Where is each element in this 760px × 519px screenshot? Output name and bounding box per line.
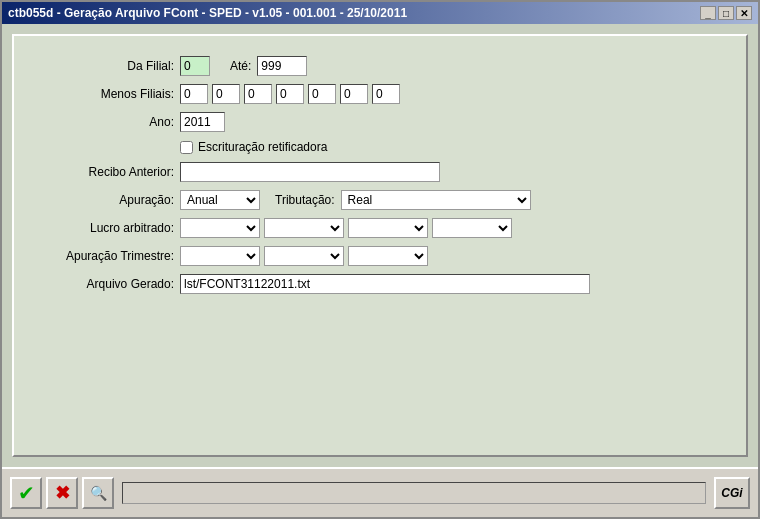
da-filial-label: Da Filial: bbox=[44, 59, 174, 73]
cgi-label: CGi bbox=[721, 486, 742, 500]
menos-filial-7[interactable] bbox=[372, 84, 400, 104]
tributacao-label: Tributação: bbox=[275, 193, 335, 207]
escrituracao-row: Escrituração retificadora bbox=[180, 140, 716, 154]
search-button[interactable]: 🔍 bbox=[82, 477, 114, 509]
cancel-button[interactable]: ✖ bbox=[46, 477, 78, 509]
trimestre-select-2[interactable] bbox=[264, 246, 344, 266]
confirm-button[interactable]: ✔ bbox=[10, 477, 42, 509]
ano-row: Ano: bbox=[44, 112, 716, 132]
arquivo-gerado-label: Arquivo Gerado: bbox=[44, 277, 174, 291]
window-controls: _ □ ✕ bbox=[700, 6, 752, 20]
apuracao-trimestre-label: Apuração Trimestre: bbox=[44, 249, 174, 263]
title-bar: ctb055d - Geração Arquivo FCont - SPED -… bbox=[2, 2, 758, 24]
menos-filial-6[interactable] bbox=[340, 84, 368, 104]
menos-filial-1[interactable] bbox=[180, 84, 208, 104]
status-bar bbox=[122, 482, 706, 504]
menos-filial-2[interactable] bbox=[212, 84, 240, 104]
trimestre-select-1[interactable] bbox=[180, 246, 260, 266]
ate-label: Até: bbox=[230, 59, 251, 73]
x-icon: ✖ bbox=[55, 482, 70, 504]
apuracao-label: Apuração: bbox=[44, 193, 174, 207]
lucro-row: Lucro arbitrado: bbox=[44, 218, 716, 238]
lucro-arbitrado-label: Lucro arbitrado: bbox=[44, 221, 174, 235]
menos-filiais-row: Menos Filiais: bbox=[44, 84, 716, 104]
filial-row: Da Filial: Até: bbox=[44, 56, 716, 76]
footer: ✔ ✖ 🔍 CGi bbox=[2, 467, 758, 517]
content-area: Da Filial: Até: Menos Filiais: bbox=[2, 24, 758, 467]
check-icon: ✔ bbox=[18, 481, 35, 505]
lucro-select-2[interactable] bbox=[264, 218, 344, 238]
menos-filial-5[interactable] bbox=[308, 84, 336, 104]
cgi-button[interactable]: CGi bbox=[714, 477, 750, 509]
menos-filiais-label: Menos Filiais: bbox=[44, 87, 174, 101]
arquivo-row: Arquivo Gerado: bbox=[44, 274, 716, 294]
ate-input[interactable] bbox=[257, 56, 307, 76]
escrituracao-label: Escrituração retificadora bbox=[198, 140, 327, 154]
ano-input[interactable] bbox=[180, 112, 225, 132]
recibo-anterior-input[interactable] bbox=[180, 162, 440, 182]
ano-label: Ano: bbox=[44, 115, 174, 129]
maximize-button[interactable]: □ bbox=[718, 6, 734, 20]
main-panel: Da Filial: Até: Menos Filiais: bbox=[12, 34, 748, 457]
trimestre-row: Apuração Trimestre: bbox=[44, 246, 716, 266]
apuracao-row: Apuração: Anual Mensal Trimestral Tribut… bbox=[44, 190, 716, 210]
lucro-select-3[interactable] bbox=[348, 218, 428, 238]
apuracao-select[interactable]: Anual Mensal Trimestral bbox=[180, 190, 260, 210]
window-title: ctb055d - Geração Arquivo FCont - SPED -… bbox=[8, 6, 407, 20]
close-button[interactable]: ✕ bbox=[736, 6, 752, 20]
da-filial-input[interactable] bbox=[180, 56, 210, 76]
lucro-select-4[interactable] bbox=[432, 218, 512, 238]
trimestre-select-3[interactable] bbox=[348, 246, 428, 266]
lucro-select-1[interactable] bbox=[180, 218, 260, 238]
minimize-button[interactable]: _ bbox=[700, 6, 716, 20]
search-icon: 🔍 bbox=[90, 485, 107, 501]
menos-filial-3[interactable] bbox=[244, 84, 272, 104]
recibo-row: Recibo Anterior: bbox=[44, 162, 716, 182]
recibo-anterior-label: Recibo Anterior: bbox=[44, 165, 174, 179]
escrituracao-checkbox[interactable] bbox=[180, 141, 193, 154]
arquivo-gerado-input[interactable] bbox=[180, 274, 590, 294]
main-window: ctb055d - Geração Arquivo FCont - SPED -… bbox=[0, 0, 760, 519]
tributacao-select[interactable]: Real Presumido Arbitrado bbox=[341, 190, 531, 210]
menos-filial-4[interactable] bbox=[276, 84, 304, 104]
menos-filiais-group bbox=[180, 84, 400, 104]
